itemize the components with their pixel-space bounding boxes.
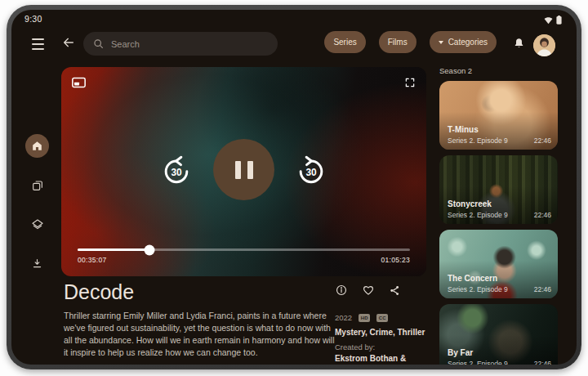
library-icon [31, 179, 44, 192]
wifi-icon [544, 16, 553, 25]
episode-duration: 22:46 [534, 137, 551, 145]
episode-subtitle: Series 2. Episode 9 [448, 285, 508, 293]
episode-title: T-Minus [448, 125, 551, 134]
episode-subtitle: Series 2. Episode 9 [448, 211, 508, 219]
download-icon [31, 257, 43, 270]
share-icon[interactable] [389, 284, 401, 297]
svg-text:30: 30 [171, 166, 182, 177]
episode-card[interactable]: Stonycreek Series 2. Episode 9 22:46 [439, 155, 558, 224]
player-controls: 30 30 [61, 139, 426, 200]
episode-info: Stonycreek Series 2. Episode 9 22:46 [448, 199, 551, 219]
search-icon [93, 38, 104, 49]
time-row: 00:35:07 01:05:23 [78, 256, 410, 264]
action-row [335, 284, 401, 297]
total-time: 01:05:23 [381, 256, 411, 264]
menu-icon[interactable] [31, 37, 44, 47]
chevron-down-icon [439, 41, 443, 44]
picture-in-picture-icon[interactable] [72, 77, 86, 88]
progress-bar[interactable] [78, 248, 410, 251]
sidebar-item-library[interactable] [25, 173, 49, 197]
episode-info: The Concern Series 2. Episode 9 22:46 [448, 274, 551, 293]
battery-icon [556, 16, 562, 25]
search-input[interactable] [111, 39, 268, 49]
sidebar-item-downloads[interactable] [25, 252, 49, 275]
avatar[interactable] [533, 34, 555, 56]
sidebar [24, 134, 50, 275]
progress-fill [78, 248, 149, 251]
episode-duration: 22:46 [534, 285, 551, 293]
episode-info: By Far Series 2. Episode 9 22:46 [448, 348, 551, 365]
episode-duration: 22:46 [534, 211, 551, 219]
info-icon[interactable] [335, 284, 348, 297]
episode-title: By Far [448, 348, 551, 357]
search-bar[interactable] [83, 32, 278, 56]
year-row: 2022 HD CC [335, 313, 388, 322]
back-icon[interactable] [61, 35, 76, 50]
chip-films[interactable]: Films [379, 31, 416, 53]
release-year: 2022 [335, 313, 352, 322]
episode-card[interactable]: By Far Series 2. Episode 9 22:46 [439, 304, 558, 365]
created-by-label: Created by: [335, 342, 375, 351]
favorite-icon[interactable] [362, 284, 375, 297]
creator-name: Ekstrom Bothan & [335, 354, 406, 363]
filter-chips: Series Films Categories [324, 31, 497, 53]
sidebar-item-layers[interactable] [25, 213, 49, 236]
episode-title: The Concern [448, 274, 551, 283]
rewind-30-icon[interactable]: 30 [158, 152, 194, 188]
layers-icon [31, 218, 44, 231]
episode-subtitle: Series 2. Episode 9 [448, 137, 508, 145]
chip-categories[interactable]: Categories [430, 31, 497, 53]
genres: Mystery, Crime, Thriller [335, 328, 425, 337]
season-label: Season 2 [439, 66, 558, 75]
episode-duration: 22:46 [534, 360, 551, 365]
rating-badge: CC [376, 314, 388, 322]
chip-series[interactable]: Series [324, 31, 365, 53]
forward-30-icon[interactable]: 30 [293, 152, 329, 188]
episode-card[interactable]: The Concern Series 2. Episode 9 22:46 [439, 230, 558, 298]
pause-icon [235, 161, 253, 179]
svg-text:30: 30 [305, 166, 317, 177]
description: Thriller starring Emily Miller and Lydia… [64, 310, 338, 359]
pause-button[interactable] [213, 139, 274, 200]
progress-thumb[interactable] [144, 244, 154, 255]
rating-badge: HD [359, 314, 370, 322]
fullscreen-icon[interactable] [404, 77, 416, 88]
screen: 9:30 Series Films Categories [11, 10, 577, 365]
tablet-frame: 9:30 Series Films Categories [7, 5, 581, 369]
episode-title: Stonycreek [448, 199, 551, 208]
episode-info: T-Minus Series 2. Episode 9 22:46 [448, 125, 551, 145]
status-icons [544, 16, 562, 25]
notifications-icon[interactable] [511, 36, 526, 51]
page-title: Decode [64, 280, 134, 304]
sidebar-item-home[interactable] [25, 134, 49, 158]
current-time: 00:35:07 [78, 256, 107, 264]
video-player[interactable]: 30 30 00:35:07 [61, 67, 426, 276]
status-time: 9:30 [24, 14, 42, 24]
home-icon [31, 140, 43, 152]
season-panel: Season 2 T-Minus Series 2. Episode 9 22:… [439, 66, 558, 365]
episode-subtitle: Series 2. Episode 9 [448, 360, 508, 365]
episode-card[interactable]: T-Minus Series 2. Episode 9 22:46 [439, 81, 558, 150]
